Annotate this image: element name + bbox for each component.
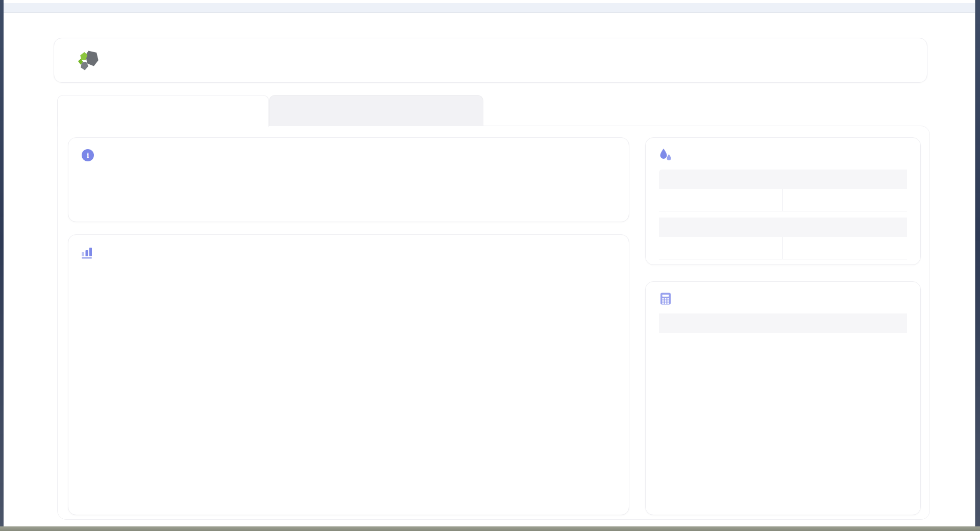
graph-card [68,234,629,515]
window-titlebar [4,3,975,13]
shear-table-header [659,313,907,333]
systolic-value [659,189,783,211]
tab-content-panel: i [57,126,930,520]
tab-raw-data[interactable] [269,95,483,126]
blood-viscosity-card [645,137,921,265]
patient-column-header [783,313,907,333]
app-window: i [4,0,975,526]
bar-chart-icon [81,246,94,259]
blood-viscosity-header [659,148,907,161]
todi-label [659,218,783,237]
diastolic-label [783,170,907,189]
droplets-icon [659,148,672,161]
diastolic-value [783,189,907,211]
ubiosis-logo [78,49,104,72]
blood-viscosity-table [659,170,907,259]
shear-viscosity-header [659,292,907,305]
systolic-label [659,170,783,189]
todi-value [659,237,783,259]
taskbar [0,526,980,531]
shear-viscosity-card [645,281,921,515]
file-info-header: i [82,149,616,161]
odi-label [783,218,907,237]
graph-header [68,235,629,259]
app-header-card [54,38,927,83]
file-info-card: i [68,137,629,222]
ubiosis-logo-icon [78,49,101,72]
shear-rate-column-header [659,313,783,333]
odi-value [783,237,907,259]
tab-result[interactable] [57,95,269,127]
tab-bar [57,95,486,126]
viscosity-chart [68,264,630,516]
info-icon: i [82,149,94,161]
calculator-icon [659,292,672,305]
